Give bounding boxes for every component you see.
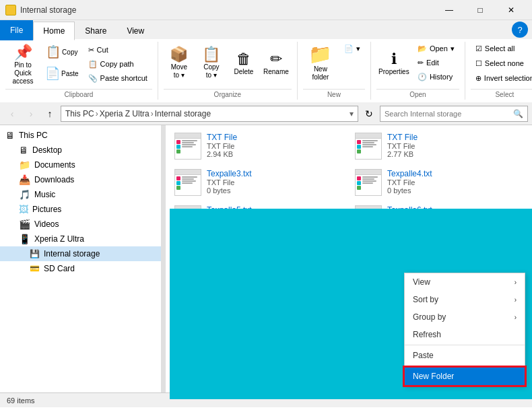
item-count: 69 items: [7, 396, 35, 405]
move-to-button[interactable]: 📦 Moveto ▾: [164, 42, 195, 85]
tab-home[interactable]: Home: [33, 22, 75, 40]
file-size-3: 0 bytes: [387, 186, 432, 195]
internal-storage-icon: 💾: [30, 249, 40, 258]
file-item-3[interactable]: Texpalle4.txt TXT File 0 bytes: [349, 164, 529, 201]
new-label: New: [303, 89, 365, 100]
search-box[interactable]: 🔍: [380, 106, 528, 122]
file-item-0[interactable]: TXT File TXT File 2.94 KB: [168, 128, 349, 164]
xperia-icon: 📱: [19, 234, 30, 244]
sidebar-item-pictures[interactable]: 🖼 Pictures: [0, 202, 161, 217]
file-item-2[interactable]: Texpalle3.txt TXT File 0 bytes: [168, 164, 349, 201]
copy-path-button[interactable]: 📋 Copy path: [84, 57, 152, 71]
rename-button[interactable]: ✏ Rename: [261, 42, 292, 85]
sidebar-item-documents[interactable]: 📁 Documents: [0, 158, 161, 172]
breadcrumb-xperia[interactable]: Xperia Z Ultra: [100, 109, 149, 118]
sidebar-item-sdcard[interactable]: 💳 SD Card: [0, 261, 161, 276]
edit-button[interactable]: ✏ Edit: [413, 56, 459, 69]
back-button[interactable]: ‹: [4, 106, 20, 122]
select-none-button[interactable]: ☐ Select none: [471, 57, 532, 70]
paste-icon: 📄: [45, 67, 60, 79]
sidebar: 🖥 This PC 🖥 Desktop 📁 Documents 📥 Downlo…: [0, 125, 162, 392]
new-item-button[interactable]: 📄 ▾: [339, 42, 365, 55]
tab-file[interactable]: File: [0, 20, 33, 40]
context-menu-item-sort-by[interactable]: Sort by ›: [405, 291, 525, 308]
breadcrumb-internal[interactable]: Internal storage: [155, 109, 211, 118]
context-menu-item-view[interactable]: View ›: [405, 273, 525, 291]
documents-icon: 📁: [19, 160, 30, 170]
delete-icon: 🗑: [236, 52, 251, 67]
select-none-icon: ☐: [475, 59, 482, 68]
select-label: Select: [471, 89, 532, 100]
file-size-1: 2.77 KB: [387, 150, 418, 158]
open-label: Open: [376, 89, 459, 100]
open-buttons: ℹ Properties 📂 Open ▾ ✏ Edit 🕐 History: [376, 42, 459, 89]
clipboard-label: Clipboard: [5, 89, 152, 100]
sidebar-item-downloads[interactable]: 📥 Downloads: [0, 172, 161, 187]
maximize-button[interactable]: □: [465, 0, 496, 20]
sidebar-item-internal-storage[interactable]: 💾 Internal storage: [0, 246, 161, 261]
tab-share[interactable]: Share: [75, 22, 117, 40]
close-button[interactable]: ✕: [496, 0, 527, 20]
move-icon: 📦: [170, 47, 188, 62]
select-col: ☑ Select all ☐ Select none ⊕ Invert sele…: [471, 42, 532, 85]
organize-buttons: 📦 Moveto ▾ 📋 Copyto ▾ 🗑 Delete ✏ Rename: [164, 42, 292, 89]
address-bar: ‹ › ↑ This PC › Xperia Z Ultra › Interna…: [0, 102, 532, 125]
select-all-button[interactable]: ☑ Select all: [471, 42, 532, 55]
file-info-2: Texpalle3.txt TXT File 0 bytes: [207, 169, 252, 195]
help-button[interactable]: ?: [512, 22, 528, 38]
window-title: Internal storage: [20, 5, 76, 15]
file-item-1[interactable]: TXT File TXT File 2.77 KB: [349, 128, 529, 164]
forward-button[interactable]: ›: [23, 106, 39, 122]
file-type-3: TXT File: [387, 178, 432, 186]
search-input[interactable]: [385, 110, 510, 118]
sidebar-item-videos[interactable]: 🎬 Videos: [0, 217, 161, 232]
select-none-label: Select none: [485, 59, 524, 67]
invert-selection-button[interactable]: ⊕ Invert selection: [471, 71, 532, 85]
minimize-button[interactable]: —: [434, 0, 465, 20]
path-dropdown-icon[interactable]: ▾: [350, 109, 354, 118]
cut-button[interactable]: ✂ Cut: [84, 43, 152, 57]
delete-button[interactable]: 🗑 Delete: [228, 42, 259, 85]
paste-button[interactable]: 📄 Paste: [42, 63, 82, 83]
breadcrumb-thispc[interactable]: This PC: [65, 109, 94, 118]
pin-to-quick-button[interactable]: 📌 Pin to Quickaccess: [5, 42, 40, 89]
context-menu-label: Group by: [413, 312, 446, 322]
file-thumb-0: [174, 133, 201, 160]
file-name-1: TXT File: [387, 133, 418, 142]
desktop-icon: 🖥: [19, 145, 28, 156]
context-menu-item-refresh[interactable]: Refresh: [405, 326, 525, 343]
sidebar-item-thispc[interactable]: 🖥 This PC: [0, 128, 161, 143]
paste-shortcut-button[interactable]: 📎 Paste shortcut: [84, 71, 152, 85]
tab-view[interactable]: View: [117, 22, 154, 40]
sidebar-label-downloads: Downloads: [34, 175, 74, 184]
title-bar: Internal storage — □ ✕: [0, 0, 532, 20]
open-button[interactable]: 📂 Open ▾: [413, 42, 459, 55]
context-menu-sep-6: [405, 366, 525, 366]
context-menu-item-group-by[interactable]: Group by ›: [405, 308, 525, 326]
context-menu-label: Paste: [413, 351, 434, 360]
open-group: ℹ Properties 📂 Open ▾ ✏ Edit 🕐 History: [371, 42, 465, 100]
new-folder-button[interactable]: 📁 Newfolder: [303, 42, 338, 85]
address-path[interactable]: This PC › Xperia Z Ultra › Internal stor…: [61, 106, 358, 122]
sidebar-item-xperia[interactable]: 📱 Xperia Z Ultra: [0, 232, 161, 246]
open-icon: 📂: [418, 44, 427, 53]
sidebar-item-music[interactable]: 🎵 Music: [0, 187, 161, 202]
cut-icon: ✂: [88, 46, 94, 55]
sidebar-label-documents: Documents: [34, 160, 75, 170]
open-label: Open: [430, 44, 448, 53]
context-menu-item-new-folder[interactable]: New Folder: [405, 368, 525, 385]
copy-to-button[interactable]: 📋 Copyto ▾: [196, 42, 227, 85]
context-menu-item-paste[interactable]: Paste: [405, 347, 525, 364]
properties-button[interactable]: ℹ Properties: [376, 42, 411, 85]
pin-label: Pin to Quickaccess: [7, 61, 38, 85]
refresh-button[interactable]: ↻: [361, 106, 377, 122]
file-type-0: TXT File: [207, 142, 237, 150]
music-icon: 🎵: [19, 189, 30, 200]
up-button[interactable]: ↑: [42, 106, 58, 122]
new-group: 📁 Newfolder 📄 ▾ New: [298, 42, 371, 100]
copy-button[interactable]: 📋 Copy: [42, 42, 82, 62]
sidebar-item-desktop[interactable]: 🖥 Desktop: [0, 143, 161, 158]
copy-icon: 📋: [46, 46, 61, 58]
history-button[interactable]: 🕐 History: [413, 70, 459, 83]
file-thumb-1: [355, 133, 382, 160]
